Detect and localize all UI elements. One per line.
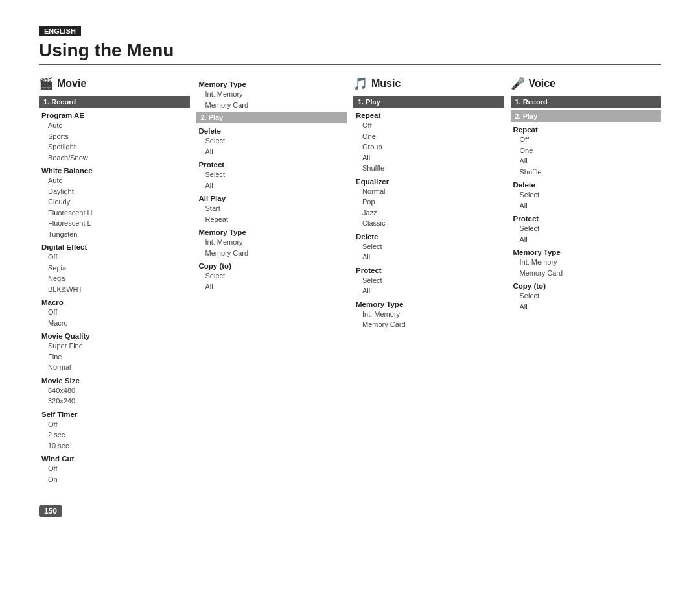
option-item: Group xyxy=(362,141,504,152)
option-item: Pop xyxy=(362,197,504,208)
section-label-voice: Voice xyxy=(529,78,556,90)
menu-item-options-music-0-4: Int. MemoryMemory Card xyxy=(353,309,504,330)
option-item: 640x480 xyxy=(48,385,190,396)
menu-item-options-music-0-0: OffOneGroupAllShuffle xyxy=(353,120,504,174)
option-item: Off xyxy=(48,419,190,430)
menu-item-label-movie-play-1-2: All Play xyxy=(196,195,347,202)
section-label-movie: Movie xyxy=(57,78,86,90)
section-header-music: 🎵Music xyxy=(353,77,504,91)
subsection-bar-voice-1: 2. Play xyxy=(511,110,662,122)
menu-item-options-movie-0-2: OffSepiaNegaBLK&WHT xyxy=(39,252,190,294)
option-item: Beach/Snow xyxy=(48,152,190,163)
option-item: Sepia xyxy=(48,263,190,274)
option-item: Shuffle xyxy=(362,163,504,174)
column-music: 🎵Music1. PlayRepeatOffOneGroupAllShuffle… xyxy=(353,77,511,331)
menu-item-label-movie-0-3: Macro xyxy=(39,298,190,306)
option-item: Shuffle xyxy=(520,167,662,178)
option-item: Fluorescent L xyxy=(48,218,190,229)
option-item: Spotlight xyxy=(48,141,190,152)
menu-item-options-movie-0-3: OffMacro xyxy=(39,307,190,328)
option-item: Select xyxy=(520,189,662,200)
option-item: Nega xyxy=(48,273,190,284)
menu-item-options-movie-play-0-0: Int. MemoryMemory Card xyxy=(196,89,347,110)
option-item: Select xyxy=(520,223,662,234)
menu-item-label-movie-0-4: Movie Quality xyxy=(39,332,190,340)
title-divider xyxy=(39,64,661,65)
menu-item-label-movie-play-1-4: Copy (to) xyxy=(196,262,347,270)
menu-item-options-voice-1-1: SelectAll xyxy=(511,189,662,211)
option-item: Repeat xyxy=(205,214,347,225)
option-item: Memory Card xyxy=(520,268,662,279)
menu-item-options-movie-0-4: Super FineFineNormal xyxy=(39,341,190,373)
menu-item-label-movie-0-6: Self Timer xyxy=(39,411,190,418)
menu-item-options-movie-play-1-4: SelectAll xyxy=(196,270,347,292)
menu-item-label-movie-play-1-0: Delete xyxy=(196,127,347,135)
menu-item-label-voice-1-0: Repeat xyxy=(511,126,662,134)
menu-item-label-movie-0-1: White Balance xyxy=(39,167,190,174)
menu-item-options-voice-1-4: SelectAll xyxy=(511,291,662,312)
page-number-badge: 150 xyxy=(39,486,661,517)
option-item: Select xyxy=(362,241,504,252)
menu-item-options-voice-1-2: SelectAll xyxy=(511,223,662,245)
option-item: On xyxy=(48,474,190,485)
option-item: Normal xyxy=(362,186,504,197)
section-header-movie: 🎬Movie xyxy=(39,77,190,91)
option-item: Select xyxy=(362,275,504,286)
option-item: Select xyxy=(205,136,347,147)
option-item: Auto xyxy=(48,175,190,186)
section-header-voice: 🎤Voice xyxy=(511,77,662,91)
option-item: Super Fine xyxy=(48,341,190,352)
menu-item-options-movie-0-5: 640x480320x240 xyxy=(39,385,190,407)
columns-wrapper: 🎬Movie1. RecordProgram AEAutoSportsSpotl… xyxy=(39,77,661,486)
option-item: Auto xyxy=(48,120,190,131)
option-item: Off xyxy=(362,120,504,131)
option-item: All xyxy=(520,156,662,167)
option-item: Off xyxy=(48,307,190,318)
option-item: Int. Memory xyxy=(205,89,347,100)
option-item: One xyxy=(362,131,504,142)
menu-item-options-movie-play-1-1: SelectAll xyxy=(196,169,347,191)
menu-item-label-movie-0-5: Movie Size xyxy=(39,377,190,385)
menu-item-label-movie-play-1-1: Protect xyxy=(196,161,347,169)
menu-item-options-movie-play-1-3: Int. MemoryMemory Card xyxy=(196,237,347,258)
section-label-music: Music xyxy=(371,78,401,90)
page-title: Using the Menu xyxy=(39,40,661,61)
option-item: Off xyxy=(520,134,662,145)
menu-item-label-movie-0-7: Wind Cut xyxy=(39,455,190,462)
menu-item-label-music-0-3: Protect xyxy=(353,267,504,274)
menu-item-label-movie-play-1-3: Memory Type xyxy=(196,228,347,236)
menu-item-label-movie-play-0-0: Memory Type xyxy=(196,80,347,88)
menu-item-label-movie-0-0: Program AE xyxy=(39,112,190,119)
option-item: Normal xyxy=(48,362,190,373)
option-item: 320x240 xyxy=(48,396,190,407)
option-item: BLK&WHT xyxy=(48,284,190,295)
option-item: Jazz xyxy=(362,208,504,219)
menu-item-label-music-0-0: Repeat xyxy=(353,112,504,119)
subsection-bar-music-0: 1. Play xyxy=(353,96,504,108)
option-item: Classic xyxy=(362,218,504,229)
option-item: Daylight xyxy=(48,186,190,197)
menu-item-options-voice-1-0: OffOneAllShuffle xyxy=(511,134,662,177)
option-item: Off xyxy=(48,463,190,474)
section-icon-music: 🎵 xyxy=(353,77,368,91)
menu-item-label-voice-1-3: Memory Type xyxy=(511,248,662,256)
menu-item-label-music-0-2: Delete xyxy=(353,233,504,241)
menu-item-options-movie-0-0: AutoSportsSpotlightBeach/Snow xyxy=(39,120,190,163)
option-item: Cloudy xyxy=(48,197,190,208)
option-item: All xyxy=(520,302,662,313)
option-item: Int. Memory xyxy=(520,257,662,268)
option-item: Select xyxy=(205,169,347,180)
option-item: Select xyxy=(205,270,347,282)
option-item: Memory Card xyxy=(362,319,504,330)
option-item: All xyxy=(205,282,347,293)
option-item: Fine xyxy=(48,352,190,363)
section-icon-voice: 🎤 xyxy=(511,77,525,91)
column-movie-play: Memory TypeInt. MemoryMemory Card2. Play… xyxy=(196,77,354,293)
menu-item-options-music-0-2: SelectAll xyxy=(353,241,504,263)
option-item: All xyxy=(205,147,347,158)
option-item: Sports xyxy=(48,131,190,142)
menu-item-options-movie-0-7: OffOn xyxy=(39,463,190,485)
subsection-bar-movie-play-1: 2. Play xyxy=(196,112,347,123)
option-item: Start xyxy=(205,203,347,214)
option-item: 2 sec xyxy=(48,429,190,440)
